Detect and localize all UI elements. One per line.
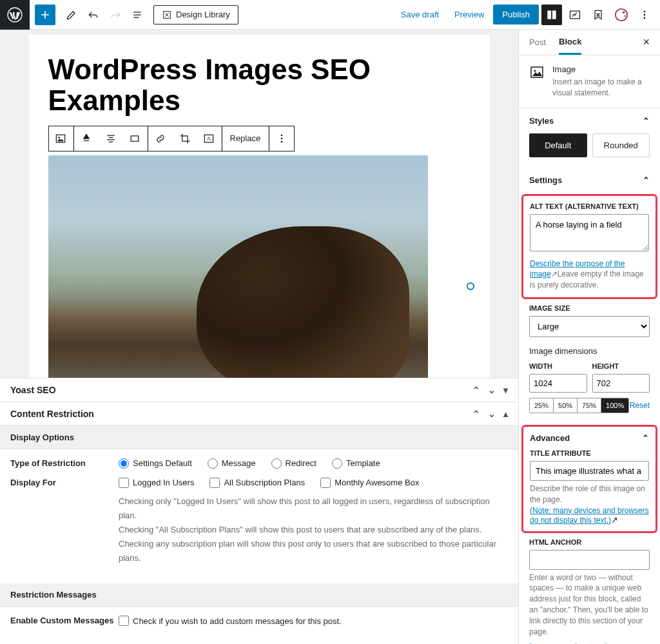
svg-point-18 [281, 141, 283, 143]
title-attr-input[interactable] [530, 461, 649, 481]
post-title[interactable]: WordPress Images SEO Examples [29, 54, 490, 123]
design-library-label: Design Library [176, 10, 230, 19]
resize-handle-right[interactable] [467, 282, 474, 290]
link-icon[interactable] [148, 126, 173, 151]
yoast-icon[interactable] [611, 5, 632, 25]
edit-tool-icon[interactable] [61, 4, 82, 26]
block-type-icon[interactable] [49, 126, 73, 151]
alt-text-label: ALT TEXT (ALTERNATIVE TEXT) [530, 202, 649, 210]
svg-rect-2 [547, 10, 551, 19]
svg-point-10 [644, 17, 646, 19]
wordpress-logo[interactable] [0, 0, 30, 30]
check-monthly[interactable]: Monthly Awesome Box [320, 478, 419, 488]
radio-message[interactable]: Message [208, 458, 256, 469]
settings-toggle[interactable] [541, 5, 562, 25]
svg-point-9 [644, 14, 646, 15]
svg-point-5 [616, 8, 627, 20]
help-text-1: Checking only "Logged In Users" will sho… [119, 494, 508, 523]
check-all-plans[interactable]: All Subscription Plans [209, 478, 305, 488]
svg-rect-13 [131, 136, 139, 141]
help-text-2: Checking "All Subscription Plans" will s… [119, 523, 508, 537]
height-input[interactable] [592, 374, 650, 393]
type-restriction-label: Type of Restriction [10, 458, 119, 468]
alt-text-input[interactable]: A horse laying in a field [530, 214, 649, 251]
library-icon [162, 10, 172, 20]
yoast-panel-title: Yoast SEO [10, 385, 56, 395]
svg-point-8 [644, 10, 646, 12]
style-rounded-button[interactable]: Rounded [592, 133, 650, 157]
pct-25-button[interactable]: 25% [530, 398, 554, 413]
triangle-up-icon[interactable]: ▴ [503, 409, 508, 419]
plugin-icon-2[interactable] [588, 5, 608, 25]
external-icon: ↗ [620, 641, 627, 644]
tab-block[interactable]: Block [559, 30, 581, 55]
align-center-icon[interactable] [99, 126, 123, 151]
list-view-icon[interactable] [126, 4, 148, 26]
horse-image[interactable] [48, 155, 428, 378]
editor-topbar: Design Library Save draft Preview Publis… [0, 0, 660, 30]
design-library-button[interactable]: Design Library [153, 5, 238, 24]
block-more-icon[interactable] [269, 126, 294, 151]
anchor-input[interactable] [529, 550, 650, 570]
radio-settings-default[interactable]: Settings Default [119, 458, 192, 469]
title-note-link[interactable]: (Note: many devices and browsers do not … [530, 506, 649, 525]
content-restriction-title: Content Restriction [10, 409, 94, 419]
align-icon[interactable] [74, 126, 99, 151]
pct-100-button[interactable]: 100% [601, 398, 628, 413]
yoast-panel-header[interactable]: Yoast SEO ⌃ ⌄ ▾ [0, 378, 518, 402]
image-size-select[interactable]: Large [529, 316, 650, 337]
radio-redirect[interactable]: Redirect [271, 458, 316, 469]
redo-icon[interactable] [104, 4, 126, 26]
more-options-icon[interactable] [634, 5, 655, 25]
display-options-header: Display Options [0, 426, 518, 449]
svg-point-17 [281, 138, 283, 140]
triangle-down-icon[interactable]: ▾ [503, 385, 508, 395]
chevron-down-icon[interactable]: ⌄ [488, 409, 496, 419]
chevron-up-icon: ⌃ [642, 433, 649, 443]
editor-canvas[interactable]: WordPress Images SEO Examples A Replace [0, 30, 518, 378]
chevron-up-icon: ⌃ [643, 116, 650, 126]
external-icon: ↗ [551, 269, 558, 278]
save-draft-button[interactable]: Save draft [394, 6, 445, 23]
chevron-down-icon[interactable]: ⌄ [488, 385, 496, 395]
svg-point-20 [534, 70, 536, 72]
restriction-messages-header: Restriction Messages [0, 583, 518, 607]
image-size-label: IMAGE SIZE [529, 304, 650, 312]
check-enable-custom[interactable]: Check if you wish to add custom messages… [119, 616, 508, 626]
crop-icon[interactable] [173, 126, 197, 151]
style-default-button[interactable]: Default [529, 133, 587, 157]
image-block[interactable] [48, 155, 471, 378]
plugin-icon-1[interactable] [565, 5, 585, 25]
alt-text-highlighted: ALT TEXT (ALTERNATIVE TEXT) A horse layi… [521, 194, 657, 299]
undo-icon[interactable] [82, 4, 104, 26]
preview-button[interactable]: Preview [448, 6, 490, 23]
replace-button[interactable]: Replace [222, 126, 269, 151]
reset-button[interactable]: Reset [630, 401, 650, 410]
pct-50-button[interactable]: 50% [554, 398, 578, 413]
publish-button[interactable]: Publish [493, 5, 539, 24]
text-overlay-icon[interactable]: A [197, 126, 222, 151]
anchor-help-text: Enter a word or two — without spaces — t… [529, 572, 650, 638]
check-logged-in[interactable]: Logged In Users [119, 478, 194, 488]
block-toolbar: A Replace [48, 126, 295, 151]
close-sidebar-icon[interactable]: × [643, 35, 650, 49]
width-input[interactable] [529, 374, 587, 393]
tab-post[interactable]: Post [529, 31, 546, 54]
advanced-section-header[interactable]: Advanced ⌃ [530, 433, 649, 449]
wide-icon[interactable] [123, 126, 148, 151]
pct-75-button[interactable]: 75% [578, 398, 601, 413]
radio-template[interactable]: Template [332, 458, 380, 469]
add-block-button[interactable] [35, 5, 55, 25]
svg-rect-3 [552, 10, 556, 19]
external-icon: ↗ [611, 515, 618, 525]
image-dimensions-label: Image dimensions [529, 346, 650, 356]
content-restriction-header[interactable]: Content Restriction ⌃ ⌄ ▴ [0, 402, 518, 426]
svg-point-16 [281, 135, 283, 137]
title-attr-label: TITLE ATTRIBUTE [530, 449, 649, 457]
height-label: HEIGHT [592, 362, 650, 370]
image-block-icon [529, 64, 545, 80]
chevron-up-icon[interactable]: ⌃ [472, 385, 480, 395]
chevron-up-icon[interactable]: ⌃ [472, 409, 480, 419]
styles-section-header[interactable]: Styles ⌃ [519, 108, 660, 133]
settings-section-header[interactable]: Settings ⌃ [519, 168, 660, 193]
